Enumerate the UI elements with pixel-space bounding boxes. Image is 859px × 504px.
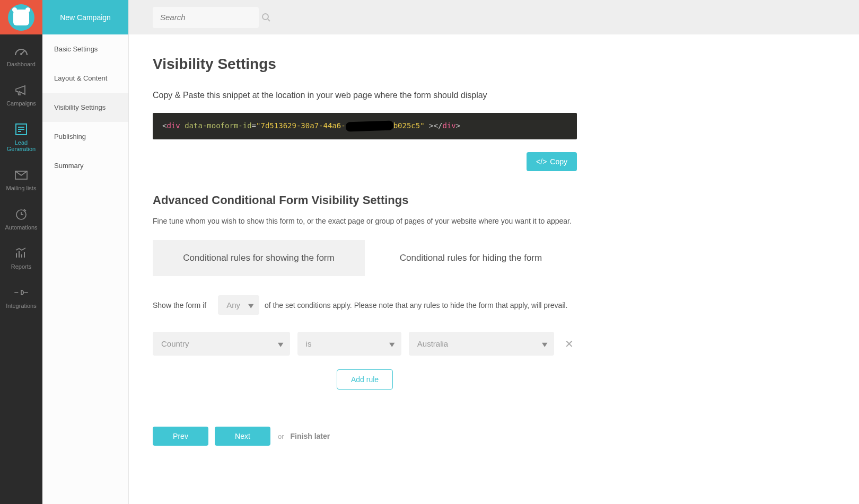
main: Visibility Settings Copy & Paste this sn… [129, 0, 859, 504]
search-input[interactable] [160, 13, 261, 22]
subnav-basic-settings[interactable]: Basic Settings [42, 34, 128, 64]
snippet-instruction: Copy & Paste this snippet at the locatio… [153, 90, 577, 101]
next-button[interactable]: Next [215, 427, 270, 446]
tab-show-rules[interactable]: Conditional rules for showing the form [153, 240, 365, 276]
gauge-icon [14, 44, 28, 58]
brand-logo[interactable] [0, 0, 42, 34]
subnav-layout-content[interactable]: Layout & Content [42, 64, 128, 93]
add-rule-button[interactable]: Add rule [337, 369, 393, 390]
nav-rail: Dashboard Campaigns Lead Generation Mail… [0, 0, 42, 504]
rule-row: Country is Australia ✕ [153, 332, 577, 356]
advanced-title: Advanced Conditional Form Visibility Set… [153, 193, 577, 207]
bottom-actions: Prev Next or Finish later [153, 427, 577, 446]
chart-icon [14, 246, 28, 260]
nav-reports[interactable]: Reports [0, 237, 42, 276]
code-icon: </> [536, 157, 547, 166]
subnav: New Campaign Basic Settings Layout & Con… [42, 0, 129, 504]
subnav-summary[interactable]: Summary [42, 151, 128, 180]
search-box[interactable] [153, 7, 259, 28]
any-all-select[interactable]: Any [218, 295, 259, 315]
visibility-tabs: Conditional rules for showing the form C… [153, 240, 577, 276]
subnav-visibility-settings[interactable]: Visibility Settings [42, 93, 128, 122]
subnav-publishing[interactable]: Publishing [42, 122, 128, 151]
rule-field-select[interactable]: Country [153, 332, 290, 356]
advanced-subtext: Fine tune whom you wish to show this for… [153, 217, 577, 225]
svg-point-15 [262, 14, 268, 20]
nav-lead-generation[interactable]: Lead Generation [0, 113, 42, 158]
copy-button[interactable]: </> Copy [527, 152, 577, 171]
rule-sentence: Show the form if Any of the set conditio… [153, 295, 577, 315]
plug-icon [14, 286, 28, 299]
page-title: Visibility Settings [153, 56, 577, 73]
nav-campaigns[interactable]: Campaigns [0, 74, 42, 113]
or-text: or [278, 432, 284, 440]
nav-integrations[interactable]: Integrations [0, 276, 42, 315]
tab-hide-rules[interactable]: Conditional rules for hiding the form [365, 240, 577, 276]
prev-button[interactable]: Prev [153, 427, 208, 446]
svg-line-16 [268, 19, 270, 21]
snippet-code[interactable]: <div data-mooform-id="7d513629-30a7-44a6… [153, 113, 577, 139]
content: Visibility Settings Copy & Paste this sn… [129, 34, 859, 504]
form-icon [14, 122, 28, 136]
remove-rule-button[interactable]: ✕ [562, 335, 577, 352]
rule-operator-select[interactable]: is [297, 332, 401, 356]
clock-icon [14, 207, 28, 221]
redacted-icon [345, 121, 393, 132]
nav-automations[interactable]: Automations [0, 198, 42, 237]
svg-line-1 [21, 50, 25, 54]
topbar [129, 0, 859, 34]
subnav-header[interactable]: New Campaign [42, 0, 128, 34]
search-icon [261, 13, 271, 22]
cow-icon [13, 10, 29, 25]
finish-later-link[interactable]: Finish later [291, 432, 330, 440]
envelope-icon [14, 168, 28, 182]
megaphone-icon [14, 83, 28, 97]
nav-mailing-lists[interactable]: Mailing lists [0, 158, 42, 198]
nav-dashboard[interactable]: Dashboard [0, 34, 42, 74]
rule-value-select[interactable]: Australia [409, 332, 554, 356]
